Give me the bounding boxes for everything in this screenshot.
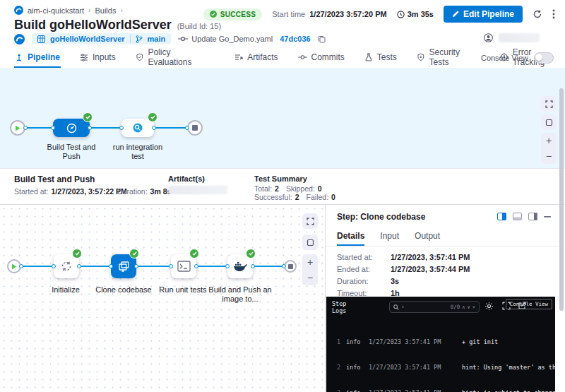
layout-right-icon[interactable] xyxy=(528,213,537,220)
tab-output[interactable]: Output xyxy=(415,227,440,246)
stage-node-build-test-and-push[interactable] xyxy=(53,119,90,137)
edge-connector xyxy=(185,126,189,130)
kebab-icon xyxy=(552,9,555,19)
breadcrumb-builds[interactable]: Builds xyxy=(95,6,116,15)
log-search-input[interactable]: › 0/0 ∧ ∨ ✕ xyxy=(389,301,480,313)
repo-branch-pill[interactable]: goHelloWorldServer main xyxy=(32,33,171,44)
shield-check-icon xyxy=(136,53,144,61)
pipeline-icon xyxy=(15,53,23,61)
stage-label[interactable]: run integration test xyxy=(106,143,170,161)
stage-summary-title: Build Test and Push xyxy=(14,174,95,184)
user-row xyxy=(484,33,540,42)
repo-row: goHelloWorldServer main Update Go_Demo.y… xyxy=(14,33,326,44)
start-time: Start time 1/27/2023 3:57:20 PM xyxy=(272,10,387,18)
edge-connector xyxy=(134,264,138,268)
search-prev-icon[interactable]: ∧ xyxy=(462,304,465,310)
zoom-in-button[interactable]: + xyxy=(541,133,557,148)
breadcrumb: aim-ci-quickstart › Builds › xyxy=(14,6,123,15)
layout-bottom-icon[interactable] xyxy=(513,213,522,220)
test-summary-title: Test Summary xyxy=(254,174,307,183)
step-panel-title: Step: Clone codebase xyxy=(337,212,425,222)
tab-inputs[interactable]: Inputs xyxy=(79,48,117,68)
test-summary-row2: Successful: 2 Failed: 0 xyxy=(254,193,335,201)
breadcrumb-project[interactable]: aim-ci-quickstart xyxy=(28,6,84,15)
stage-started-at: Started at: 1/27/2023, 3:57:22 PM xyxy=(14,187,127,196)
start-time-value: 1/27/2023 3:57:20 PM xyxy=(309,10,386,18)
chevron-right-icon: › xyxy=(120,6,122,14)
console-view-switch[interactable] xyxy=(534,52,554,64)
stage-summary-bar: Build Test and Push Started at: 1/27/202… xyxy=(0,168,565,205)
commit-sha[interactable]: 47dc036 xyxy=(280,35,310,43)
log-line: 2info1/27/2023 3:57:41 PMhint: Using 'ma… xyxy=(331,363,555,372)
clone-codebase-icon xyxy=(117,260,131,273)
edge-connector xyxy=(51,126,55,130)
refresh-button[interactable] xyxy=(533,9,542,19)
harness-logo-icon xyxy=(14,34,25,44)
stage-graph-canvas[interactable]: Build Test and Push run integration test… xyxy=(0,68,565,168)
terminal-icon xyxy=(177,261,191,272)
tab-artifacts[interactable]: Artifacts xyxy=(234,48,278,68)
step-graph-canvas[interactable]: Initialize Clone codebase Run unit tests… xyxy=(0,205,325,392)
log-settings-gear-icon[interactable] xyxy=(484,302,494,311)
edit-pipeline-button[interactable]: Edit Pipeline xyxy=(444,6,523,23)
success-check-icon xyxy=(148,112,157,122)
edge-connector xyxy=(52,264,56,268)
tab-commits[interactable]: Commits xyxy=(297,48,345,68)
zoom-in-button[interactable]: + xyxy=(302,254,318,270)
artifacts-icon xyxy=(234,53,243,61)
tab-input[interactable]: Input xyxy=(380,227,399,246)
play-icon xyxy=(11,263,17,270)
fit-to-view-button[interactable] xyxy=(302,234,318,250)
commit-message[interactable]: Update Go_Demo.yaml xyxy=(178,35,273,43)
panel-layout-controls xyxy=(497,213,551,220)
search-caret: › xyxy=(401,304,405,310)
step-label[interactable]: Initialize xyxy=(44,285,87,295)
clock-icon xyxy=(397,11,405,18)
zoom-out-button[interactable]: − xyxy=(541,148,557,164)
kebab-menu-button[interactable] xyxy=(552,9,555,19)
fit-view-icon xyxy=(307,239,314,247)
zoom-out-button[interactable]: − xyxy=(302,270,318,285)
switch-knob xyxy=(535,54,542,61)
tab-details[interactable]: Details xyxy=(337,227,364,246)
divider xyxy=(130,35,131,43)
fullscreen-button[interactable] xyxy=(302,213,318,229)
search-next-icon[interactable]: ∨ xyxy=(468,304,470,310)
build-title: Build goHelloWorldServer xyxy=(14,18,172,32)
step-label[interactable]: Build and Push an image to... xyxy=(207,285,273,304)
collapse-panel-icon[interactable] xyxy=(544,216,551,218)
console-view-button[interactable]: Console View xyxy=(506,299,552,309)
edge-connector xyxy=(152,126,156,130)
layout-split-icon[interactable] xyxy=(497,213,506,220)
console-title: Step Logs xyxy=(332,300,353,314)
log-lines[interactable]: 1info1/27/2023 3:57:41 PM+ git init 2inf… xyxy=(331,321,555,392)
edge-connector xyxy=(77,264,81,268)
success-check-icon xyxy=(83,112,93,122)
field-duration: Duration: 3s xyxy=(337,277,399,285)
success-check-icon xyxy=(129,249,139,259)
tab-policy-evaluations[interactable]: Policy Evaluations xyxy=(135,48,215,68)
stage-label[interactable]: Build Test and Push xyxy=(43,143,100,161)
copy-icon[interactable] xyxy=(318,35,326,43)
success-check-icon xyxy=(72,249,82,259)
fit-to-view-button[interactable] xyxy=(541,114,557,130)
stage-node-run-integration-test[interactable] xyxy=(121,119,154,137)
sliders-icon xyxy=(80,53,88,61)
repo-name: goHelloWorldServer xyxy=(50,35,125,43)
success-check-icon xyxy=(189,249,199,259)
fullscreen-button[interactable] xyxy=(541,96,557,112)
step-label[interactable]: Clone codebase xyxy=(95,285,152,295)
edge-connector xyxy=(109,264,113,268)
zoom-controls: + − xyxy=(302,254,318,285)
tab-pipeline[interactable]: Pipeline xyxy=(14,48,61,68)
tab-security-tests[interactable]: Security Tests xyxy=(416,48,481,68)
stage-duration: Duration: 3m 8s xyxy=(117,187,171,196)
page-scrollbar[interactable] xyxy=(559,88,564,311)
step-label[interactable]: Run unit tests xyxy=(155,285,211,295)
user-icon[interactable] xyxy=(484,33,493,42)
search-close-icon[interactable]: ✕ xyxy=(472,304,475,310)
integration-test-icon xyxy=(132,122,143,133)
commit-icon xyxy=(298,54,307,60)
repository-icon xyxy=(37,35,45,43)
tab-tests[interactable]: Tests xyxy=(364,48,398,68)
